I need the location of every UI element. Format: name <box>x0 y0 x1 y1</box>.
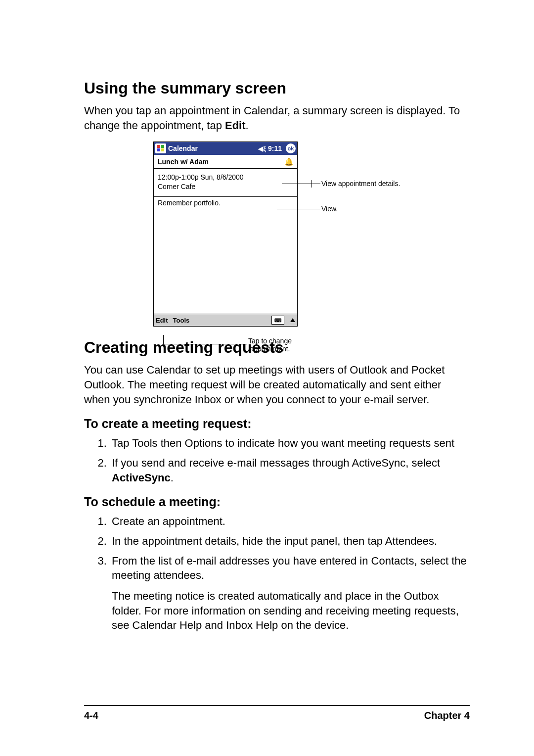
step3-extra: The meeting notice is created automatica… <box>112 589 470 633</box>
step2-bold: ActiveSync <box>112 472 171 484</box>
list-item: Tap Tools then Options to indicate how y… <box>110 436 470 451</box>
start-icon[interactable] <box>155 143 166 153</box>
reminder-bell-icon[interactable]: 🔔 <box>284 157 293 166</box>
speaker-icon[interactable]: ◀ξ <box>258 145 266 152</box>
appointment-location: Corner Cafe <box>158 182 293 191</box>
list-item: From the list of e-mail addresses you ha… <box>110 554 470 633</box>
section-intro-summary: When you tap an appointment in Calendar,… <box>84 103 470 133</box>
menu-edit[interactable]: Edit <box>156 317 168 324</box>
device-screenshot: Calendar ◀ξ 9:11 ok Lunch w/ Adam 🔔 12:0… <box>153 142 298 327</box>
schedule-meeting-steps: Create an appointment. In the appointmen… <box>84 514 470 633</box>
appointment-subject: Lunch w/ Adam <box>158 158 209 166</box>
intro-bold-edit: Edit <box>225 119 246 132</box>
menu-tools[interactable]: Tools <box>173 317 190 324</box>
note-text: Remember portfolio. <box>158 199 221 207</box>
subheading-create-request: To create a meeting request: <box>84 417 470 431</box>
create-request-steps: Tap Tools then Options to indicate how y… <box>84 436 470 485</box>
figure-summary-screen: Calendar ◀ξ 9:11 ok Lunch w/ Adam 🔔 12:0… <box>153 142 410 327</box>
subheading-schedule-meeting: To schedule a meeting: <box>84 495 470 509</box>
app-title: Calendar <box>168 144 198 152</box>
callout-edit-line2: appointment. <box>248 345 292 353</box>
page-footer: 4-4 Chapter 4 <box>84 705 470 721</box>
callout-details: View appointment details. <box>321 180 400 188</box>
section-intro-meeting: You can use Calendar to set up meetings … <box>84 363 470 407</box>
ok-button[interactable]: ok <box>286 143 296 153</box>
step2-text-2: . <box>171 472 174 484</box>
section-heading-summary: Using the summary screen <box>84 79 470 97</box>
titlebar: Calendar ◀ξ 9:11 ok <box>154 142 297 155</box>
list-item: In the appointment details, hide the inp… <box>110 534 470 549</box>
callout-edit-line1: Tap to change <box>248 337 292 345</box>
appointment-details: 12:00p-1:00p Sun, 8/6/2000 Corner Cafe <box>154 169 297 197</box>
subject-row: Lunch w/ Adam 🔔 <box>154 155 297 169</box>
keyboard-icon[interactable]: ⌨ <box>271 316 284 325</box>
list-item: Create an appointment. <box>110 514 470 529</box>
menubar: Edit Tools ⌨ <box>154 314 297 326</box>
callout-edit: Tap to change appointment. <box>248 337 292 353</box>
intro-text-2: . <box>246 119 249 132</box>
chapter-label: Chapter 4 <box>424 710 470 721</box>
clock-time: 9:11 <box>268 144 282 152</box>
page-number: 4-4 <box>84 710 98 721</box>
appointment-notes: Remember portfolio. <box>154 197 297 314</box>
intro-text-1: When you tap an appointment in Calendar,… <box>84 104 460 132</box>
step3-text: From the list of e-mail addresses you ha… <box>112 555 467 582</box>
step2-text-1: If you send and receive e-mail messages … <box>112 457 440 469</box>
callout-notes: View. <box>321 205 338 213</box>
input-panel-arrow-icon[interactable] <box>290 318 295 322</box>
appointment-time: 12:00p-1:00p Sun, 8/6/2000 <box>158 173 293 182</box>
list-item: If you send and receive e-mail messages … <box>110 456 470 485</box>
